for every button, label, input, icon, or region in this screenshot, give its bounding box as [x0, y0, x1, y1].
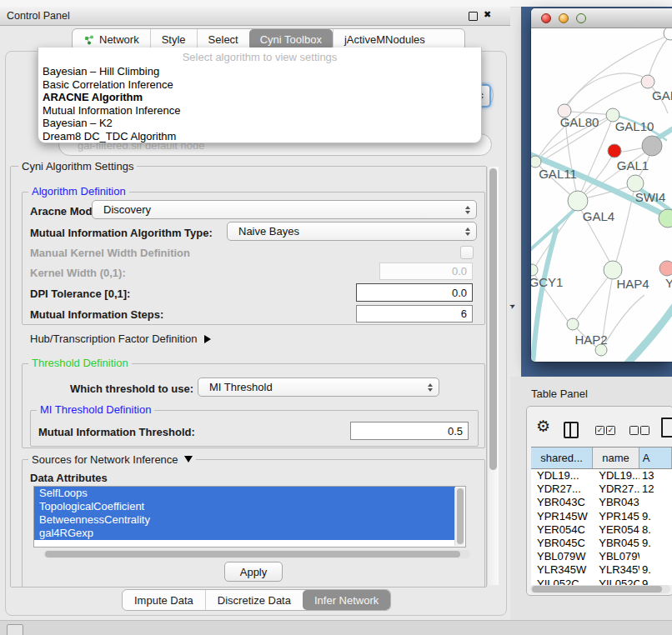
table-row[interactable]: YER054CYER054C8.: [531, 523, 672, 537]
bottom-tab-infer-network[interactable]: Infer Network: [303, 590, 390, 610]
bottom-tab-impute-data[interactable]: Impute Data: [123, 590, 205, 610]
attribute-list-item[interactable]: SelfLoops: [34, 487, 455, 500]
which-threshold-label: Which threshold to use:: [70, 382, 193, 395]
network-node-GAL[interactable]: [641, 75, 654, 88]
list-scrollbar[interactable]: [454, 488, 464, 546]
apply-button-label: Apply: [240, 566, 268, 578]
which-threshold-combo[interactable]: MI Threshold: [198, 378, 439, 397]
network-edge[interactable]: [649, 36, 669, 77]
table-panel-title: Table Panel: [531, 388, 588, 400]
table-row[interactable]: YBL079WYBL079W: [531, 550, 672, 563]
settings-horizontal-scrollbar[interactable]: [43, 550, 470, 558]
network-edge-highlighted[interactable]: [533, 230, 556, 362]
table-row[interactable]: YDL19...YDL19...13: [531, 469, 672, 482]
algorithm-option[interactable]: Basic Correlation Inference: [43, 78, 477, 92]
network-node[interactable]: [608, 144, 621, 158]
table-cell: YBR045C: [531, 537, 593, 550]
table-column-header[interactable]: A: [639, 448, 672, 468]
aracne-mode-combo[interactable]: Discovery: [92, 200, 477, 219]
close-icon[interactable]: ✖: [484, 9, 491, 20]
network-node-HAP2[interactable]: [567, 318, 579, 330]
network-node-GAL11[interactable]: [531, 156, 541, 168]
network-node[interactable]: [664, 28, 672, 40]
table-cell: 13: [639, 469, 672, 482]
float-window-icon[interactable]: [469, 12, 478, 21]
bottom-left-widget[interactable]: [7, 624, 23, 635]
network-edge[interactable]: [618, 148, 644, 152]
bottom-tab-discretize-data[interactable]: Discretize Data: [205, 590, 303, 610]
network-edge[interactable]: [566, 73, 646, 105]
sources-group-title[interactable]: Sources for Network Inference: [28, 453, 196, 466]
kernel-width-label: Kernel Width (0,1):: [30, 267, 126, 279]
table-row[interactable]: YBR043CYBR043C: [531, 496, 672, 509]
node-label-GAL1: GAL1: [617, 158, 649, 172]
kernel-width-input[interactable]: 0.0: [379, 262, 473, 280]
algorithm-option[interactable]: Bayesian – K2: [43, 117, 477, 130]
table-cell: YIL052C: [531, 578, 593, 586]
network-node-GCY1[interactable]: [531, 264, 538, 276]
table-row[interactable]: YLR345WYLR345W9.: [531, 563, 672, 577]
algorithm-option[interactable]: Mutual Information Inference: [43, 104, 477, 118]
zoom-traffic-light[interactable]: [576, 13, 586, 23]
close-traffic-light[interactable]: [541, 13, 551, 23]
deselect-checkbox-icon-2[interactable]: [640, 426, 649, 435]
network-node-GAL4[interactable]: [568, 191, 588, 211]
gear-icon[interactable]: ⚙: [536, 418, 550, 435]
attribute-list-item[interactable]: gal4RGexp: [34, 527, 455, 540]
algorithm-option[interactable]: ARACNE Algorithm: [43, 91, 477, 104]
table-cell: YER054C: [593, 523, 639, 537]
network-canvas[interactable]: GALGAL80GAL10GAL1GAL11SWI4GAL4GCY1HAP4YH…: [531, 28, 672, 362]
algorithm-option[interactable]: Bayesian – Hill Climbing: [43, 65, 477, 78]
select-all-checkbox-icon[interactable]: ✓: [595, 426, 604, 435]
table-column-header[interactable]: shared...: [531, 448, 593, 468]
new-table-icon[interactable]: [661, 418, 672, 438]
dpi-tolerance-input[interactable]: 0.0: [356, 283, 473, 302]
settings-vertical-scrollbar[interactable]: [487, 167, 499, 585]
algorithm-option[interactable]: Dream8 DC_TDC Algorithm: [43, 130, 477, 143]
hub-section-toggle[interactable]: Hub/Transcription Factor Definition: [30, 332, 211, 345]
manual-kernel-label: Manual Kernel Width Definition: [30, 247, 190, 259]
table-horizontal-scrollbar[interactable]: [530, 585, 670, 593]
node-label-GAL4: GAL4: [583, 209, 614, 223]
attribute-list-item[interactable]: BetweennessCentrality: [34, 513, 455, 527]
mi-type-combo[interactable]: Naive Bayes: [227, 222, 477, 241]
mi-steps-value: 6: [461, 308, 467, 320]
mi-threshold-input[interactable]: 0.5: [350, 422, 469, 440]
network-node-GAL10[interactable]: [642, 136, 662, 156]
apply-button[interactable]: Apply: [224, 562, 283, 582]
table-row[interactable]: YDR27...YDR27...12: [531, 482, 672, 496]
network-edge[interactable]: [604, 295, 644, 346]
node-label-GAL11: GAL11: [539, 167, 577, 181]
mi-steps-input[interactable]: 6: [356, 305, 473, 322]
table-cell: YDL19...: [593, 469, 639, 482]
network-window-titlebar[interactable]: [531, 8, 672, 28]
table-cell: YBR045C: [593, 537, 639, 550]
attribute-list-item[interactable]: TopologicalCoefficient: [34, 500, 455, 513]
network-edge[interactable]: [614, 192, 634, 267]
minimize-traffic-light[interactable]: [559, 13, 569, 23]
node-label-HAP4: HAP4: [616, 277, 649, 291]
table-cell: 9.: [639, 510, 672, 523]
table-column-header[interactable]: name: [593, 448, 639, 468]
columns-icon[interactable]: [564, 422, 579, 438]
network-edge-highlighted[interactable]: [626, 302, 672, 362]
tab-label: Select: [208, 33, 238, 46]
manual-kernel-checkbox[interactable]: [460, 246, 474, 259]
deselect-checkbox-icon[interactable]: [629, 426, 639, 435]
select-all-checkbox-icon-2[interactable]: ✓: [606, 426, 615, 435]
cyni-settings-title: Cyni Algorithm Settings: [18, 160, 137, 172]
data-attributes-list[interactable]: SelfLoopsTopologicalCoefficientBetweenne…: [33, 486, 466, 548]
dropdown-placeholder: Select algorithm to view settings: [38, 51, 481, 63]
mi-threshold-label: Mutual Information Threshold:: [38, 426, 195, 438]
network-node-Y[interactable]: [659, 261, 672, 276]
node-label-GAL80: GAL80: [560, 115, 599, 129]
table-cell: 9.: [639, 537, 672, 550]
network-edge-highlighted[interactable]: [531, 205, 579, 253]
kernel-width-value: 0.0: [452, 265, 467, 278]
network-window[interactable]: GALGAL80GAL10GAL1GAL11SWI4GAL4GCY1HAP4YH…: [531, 8, 672, 362]
table-row[interactable]: YIL052CYIL052C9: [531, 578, 672, 586]
table-row[interactable]: YPR145WYPR145W9.: [531, 510, 672, 523]
control-panel-title: Control Panel: [7, 10, 70, 22]
network-node-GAL1[interactable]: [627, 175, 644, 192]
table-row[interactable]: YBR045CYBR045C9.: [531, 537, 672, 550]
